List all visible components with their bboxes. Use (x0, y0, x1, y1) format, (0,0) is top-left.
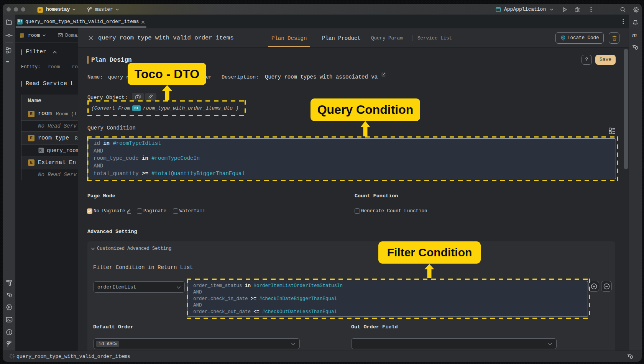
svg-text:R: R (39, 149, 42, 153)
